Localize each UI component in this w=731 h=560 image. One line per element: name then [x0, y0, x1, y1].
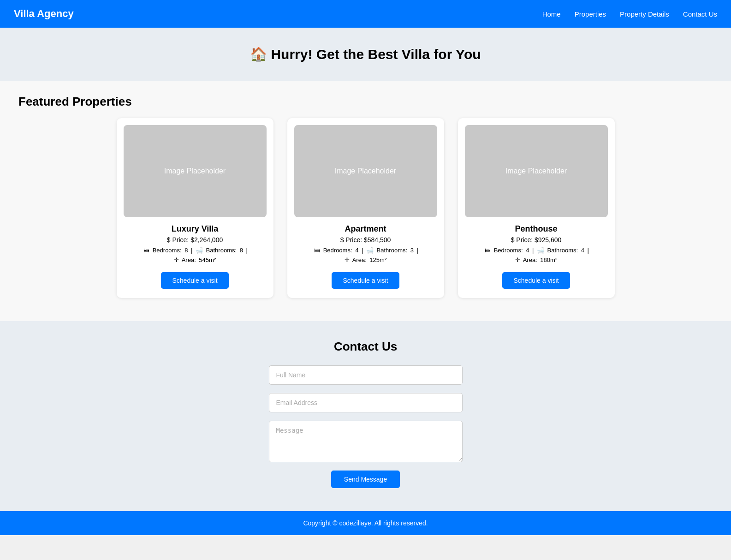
property-card-2: Image Placeholder Apartment $ Price: $58… — [287, 118, 444, 298]
bed-icon-3: 🛏 — [485, 247, 491, 254]
featured-section: Featured Properties Image Placeholder Lu… — [0, 81, 731, 321]
nav-properties-link[interactable]: Properties — [575, 10, 606, 18]
bed-icon-1: 🛏 — [143, 247, 149, 254]
property-details-1: 🛏 Bedrooms: 8 | 🛁 Bathrooms: 8 | ✛ Area:… — [142, 246, 248, 265]
bath-icon-1: 🛁 — [196, 247, 203, 254]
property-name-2: Apartment — [345, 224, 386, 234]
property-card-3: Image Placeholder Penthouse $ Price: $92… — [458, 118, 615, 298]
nav-contact-us-link[interactable]: Contact Us — [683, 10, 717, 18]
nav-home-link[interactable]: Home — [542, 10, 561, 18]
schedule-visit-button-2[interactable]: Schedule a visit — [332, 272, 399, 289]
property-details-3: 🛏 Bedrooms: 4 | 🛁 Bathrooms: 4 | ✛ Area:… — [483, 246, 589, 265]
bed-icon-2: 🛏 — [314, 247, 320, 254]
property-price-3: $ Price: $925,600 — [511, 236, 562, 244]
navbar: Villa Agency Home Properties Property De… — [0, 0, 731, 28]
area-icon-2: ✛ — [345, 256, 350, 263]
schedule-visit-button-3[interactable]: Schedule a visit — [502, 272, 570, 289]
footer: Copyright © codezillaye. All rights rese… — [0, 511, 731, 535]
featured-title: Featured Properties — [18, 95, 713, 109]
property-image-1: Image Placeholder — [124, 125, 267, 217]
hero-section: 🏠Hurry! Get the Best Villa for You — [0, 28, 731, 81]
message-input[interactable] — [269, 421, 463, 462]
area-icon-1: ✛ — [174, 256, 179, 263]
bath-icon-2: 🛁 — [366, 247, 374, 254]
contact-title: Contact Us — [9, 340, 722, 354]
property-name-1: Luxury Villa — [172, 224, 219, 234]
area-icon-3: ✛ — [515, 256, 520, 263]
property-image-3: Image Placeholder — [465, 125, 608, 217]
home-icon: 🏠 — [250, 47, 267, 62]
brand-logo: Villa Agency — [14, 8, 74, 20]
property-card-1: Image Placeholder Luxury Villa $ Price: … — [117, 118, 273, 298]
hero-title: 🏠Hurry! Get the Best Villa for You — [9, 46, 722, 62]
contact-section: Contact Us Send Message — [0, 321, 731, 511]
fullname-input[interactable] — [269, 365, 463, 385]
bath-icon-3: 🛁 — [537, 247, 544, 254]
schedule-visit-button-1[interactable]: Schedule a visit — [161, 272, 228, 289]
cards-container: Image Placeholder Luxury Villa $ Price: … — [18, 118, 713, 298]
send-message-button[interactable]: Send Message — [331, 471, 400, 488]
property-details-2: 🛏 Bedrooms: 4 | 🛁 Bathrooms: 3 | ✛ Area:… — [313, 246, 418, 265]
property-price-2: $ Price: $584,500 — [340, 236, 391, 244]
property-price-1: $ Price: $2,264,000 — [167, 236, 223, 244]
property-image-2: Image Placeholder — [294, 125, 437, 217]
email-input[interactable] — [269, 393, 463, 412]
nav-property-details-link[interactable]: Property Details — [620, 10, 669, 18]
nav-links: Home Properties Property Details Contact… — [542, 10, 717, 18]
property-name-3: Penthouse — [515, 224, 557, 234]
contact-form: Send Message — [269, 365, 463, 488]
footer-text: Copyright © codezillaye. All rights rese… — [303, 519, 428, 527]
